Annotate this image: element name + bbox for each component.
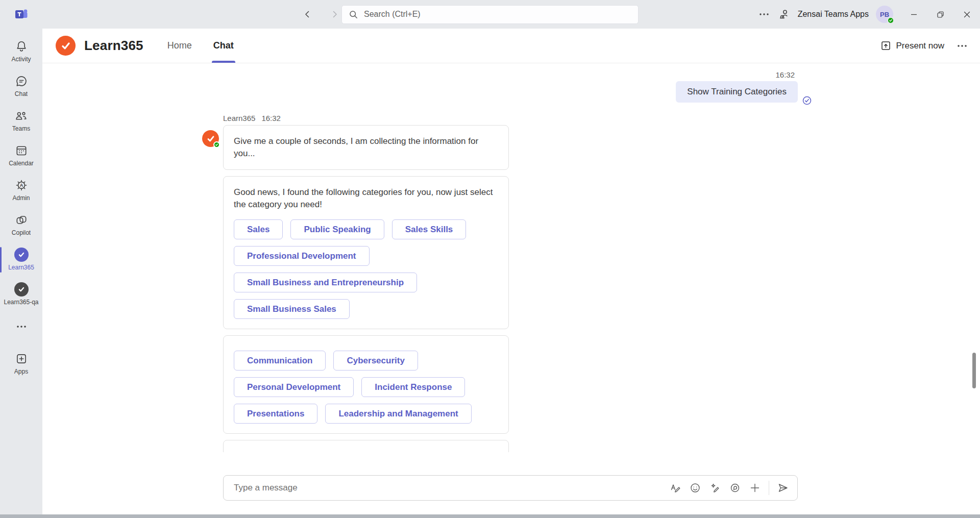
copilot-icon (15, 212, 28, 228)
bot-message-text: Good news, I found the following categor… (234, 186, 498, 211)
sidebar-item-label: Copilot (12, 229, 31, 236)
bell-icon (15, 39, 28, 54)
main-panel: Learn365 Home Chat Present now (42, 29, 980, 514)
category-button[interactable]: Sales Skills (392, 219, 467, 239)
user-avatar[interactable]: PB (876, 6, 893, 23)
emoji-icon[interactable] (687, 480, 703, 496)
present-now-button[interactable]: Present now (880, 40, 945, 51)
bot-avatar (202, 130, 219, 147)
sidebar-item-label: Calendar (9, 160, 34, 167)
category-button[interactable]: Incident Response (361, 377, 465, 397)
sidebar-item-label: Teams (12, 125, 30, 132)
category-button-row: Small Business and Entrepreneurship (234, 273, 498, 292)
sidebar-item-activity[interactable]: Activity (0, 36, 42, 70)
bot-timestamp: 16:32 (261, 114, 281, 122)
presence-available-icon (213, 141, 220, 148)
svg-text:A: A (19, 183, 23, 188)
bot-message-card: Good news, I found the following categor… (223, 176, 509, 329)
outgoing-message-bubble: Show Training Categories (676, 81, 798, 103)
app-header: Learn365 Home Chat Present now (42, 29, 980, 63)
format-icon[interactable] (667, 480, 683, 496)
sidebar-item-copilot[interactable]: Copilot (0, 209, 42, 244)
learn365-logo-icon (56, 36, 76, 56)
close-button[interactable] (953, 0, 980, 29)
category-button[interactable]: Cybersecurity (333, 351, 418, 371)
send-icon[interactable] (775, 480, 791, 496)
category-button-row: PresentationsLeadership and Management (234, 404, 498, 424)
sidebar-item-apps[interactable]: Apps (0, 348, 42, 383)
app-tabs: Home Chat (166, 29, 254, 63)
category-button-row: Personal DevelopmentIncident Response (234, 377, 498, 397)
bot-name: Learn365 (223, 114, 255, 122)
category-button[interactable]: Professional Development (234, 246, 370, 266)
category-button-row: Small Business Sales (234, 299, 498, 319)
sidebar-item-label: Learn365 (8, 264, 34, 271)
titlebar-more-icon[interactable] (754, 4, 774, 24)
chat-scrollbar[interactable] (972, 353, 976, 388)
share-screen-icon (880, 40, 891, 51)
attach-plus-icon[interactable] (747, 480, 763, 496)
loop-icon[interactable] (727, 480, 743, 496)
admin-gear-icon: A (15, 178, 28, 193)
chat-history: 16:32 Show Training Categories (42, 63, 980, 452)
message-input-box[interactable] (223, 475, 798, 501)
category-button[interactable]: Personal Development (234, 377, 354, 397)
bot-message-card: Give me a couple of seconds, I am collec… (223, 125, 509, 170)
message-seen-icon (802, 95, 812, 106)
minimize-button[interactable] (900, 0, 927, 29)
bot-message-header: Learn365 16:32 (223, 114, 798, 122)
people-icon (14, 108, 28, 124)
sidebar-item-teams[interactable]: Teams (0, 105, 42, 140)
presence-available-icon (887, 17, 894, 24)
search-bar[interactable] (341, 5, 639, 24)
tab-chat[interactable]: Chat (212, 29, 235, 63)
apps-plus-icon (15, 351, 28, 366)
forward-button[interactable] (328, 7, 342, 21)
category-button[interactable]: Presentations (234, 404, 317, 424)
message-input[interactable] (234, 483, 667, 493)
copilot-rewrite-icon[interactable] (707, 480, 723, 496)
tab-home[interactable]: Home (166, 29, 193, 63)
category-button-row: SalesPublic SpeakingSales Skills (234, 219, 498, 239)
sidebar-item-label: Learn365-qa (4, 299, 38, 306)
bot-message-group: Learn365 16:32 Give me a couple of secon… (223, 114, 798, 452)
sidebar-item-admin[interactable]: A Admin (0, 175, 42, 209)
composer-divider (769, 481, 769, 495)
sidebar-item-calendar[interactable]: Calendar (0, 140, 42, 175)
sidebar-item-label: Activity (11, 56, 31, 63)
back-button[interactable] (300, 7, 314, 21)
outgoing-timestamp: 16:32 (223, 70, 798, 79)
notification-settings-icon[interactable] (774, 4, 795, 24)
present-now-label: Present now (896, 41, 945, 51)
app-rail: Activity Chat Teams (0, 29, 42, 514)
window-titlebar: Zensai Teams Apps PB (0, 0, 980, 29)
category-button[interactable]: Public Speaking (290, 219, 384, 239)
calendar-icon (15, 143, 28, 158)
bot-message-text: Give me a couple of seconds, I am collec… (234, 135, 498, 160)
learn365-qa-check-icon (14, 282, 29, 297)
category-button[interactable]: Small Business Sales (234, 299, 350, 319)
sidebar-item-label: Admin (12, 194, 30, 202)
sidebar-item-chat[interactable]: Chat (0, 70, 42, 105)
learn365-check-icon (14, 247, 29, 262)
header-more-icon[interactable] (958, 45, 967, 47)
category-button[interactable]: Leadership and Management (325, 404, 471, 424)
sidebar-item-label: Chat (15, 90, 28, 97)
window-bottom-edge (0, 514, 980, 518)
teams-logo-icon (13, 6, 30, 22)
rail-more-icon[interactable] (17, 326, 26, 341)
bot-message-card: Business Software and ToolsData Protecti… (223, 440, 509, 452)
sidebar-item-learn365[interactable]: Learn365 (0, 244, 42, 279)
restore-button[interactable] (927, 0, 953, 29)
account-name[interactable]: Zensai Teams Apps (798, 10, 869, 19)
category-button-row: Professional Development (234, 246, 498, 266)
category-button[interactable]: Small Business and Entrepreneurship (234, 273, 417, 292)
sidebar-item-label: Apps (14, 368, 28, 375)
category-button[interactable]: Communication (234, 351, 326, 371)
search-input[interactable] (364, 10, 631, 19)
bot-message-card: CommunicationCybersecurityPersonal Devel… (223, 335, 509, 434)
sidebar-item-learn365-qa[interactable]: Learn365-qa (0, 279, 42, 313)
category-button[interactable]: Sales (234, 219, 283, 239)
category-button-grid: CommunicationCybersecurityPersonal Devel… (234, 346, 498, 424)
search-icon (349, 10, 358, 19)
